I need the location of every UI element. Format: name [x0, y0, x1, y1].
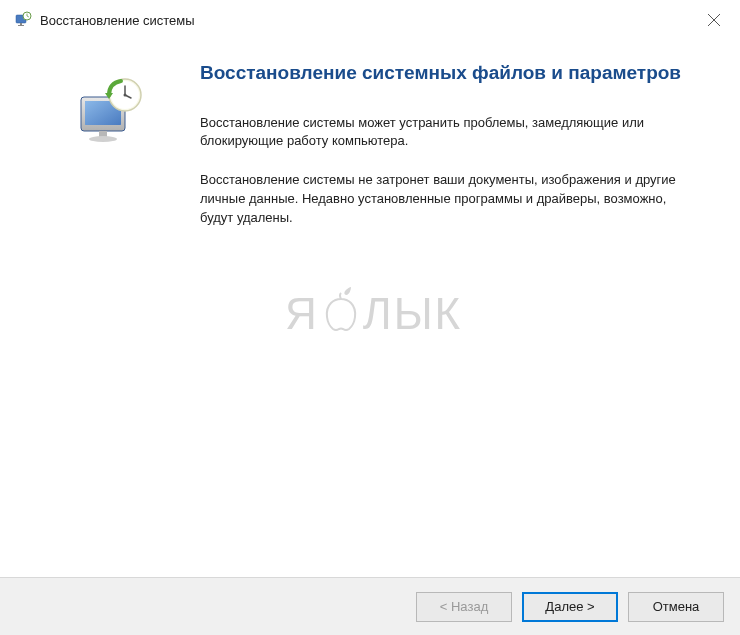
- window-title: Восстановление системы: [40, 13, 195, 28]
- titlebar: Восстановление системы: [0, 0, 740, 40]
- intro-paragraph-1: Восстановление системы может устранить п…: [200, 114, 685, 152]
- button-bar: < Назад Далее > Отмена: [0, 577, 740, 635]
- svg-rect-1: [20, 23, 22, 25]
- page-heading: Восстановление системных файлов и параме…: [200, 60, 685, 86]
- intro-paragraph-2: Восстановление системы не затронет ваши …: [200, 171, 685, 228]
- close-button[interactable]: [702, 8, 726, 32]
- svg-point-10: [89, 136, 117, 142]
- left-panel: [25, 55, 200, 567]
- main-panel: Восстановление системных файлов и параме…: [200, 55, 715, 567]
- apple-icon: [321, 285, 361, 343]
- back-button: < Назад: [416, 592, 512, 622]
- svg-rect-2: [18, 25, 24, 26]
- cancel-button[interactable]: Отмена: [628, 592, 724, 622]
- system-restore-title-icon: [14, 11, 32, 29]
- watermark-text-before: Я: [285, 289, 319, 339]
- content-area: Восстановление системных файлов и параме…: [0, 40, 740, 577]
- system-restore-icon: [73, 75, 153, 155]
- next-button[interactable]: Далее >: [522, 592, 618, 622]
- watermark: Я ЛЫК: [285, 285, 462, 343]
- watermark-text-after: ЛЫК: [363, 289, 462, 339]
- svg-point-15: [123, 94, 126, 97]
